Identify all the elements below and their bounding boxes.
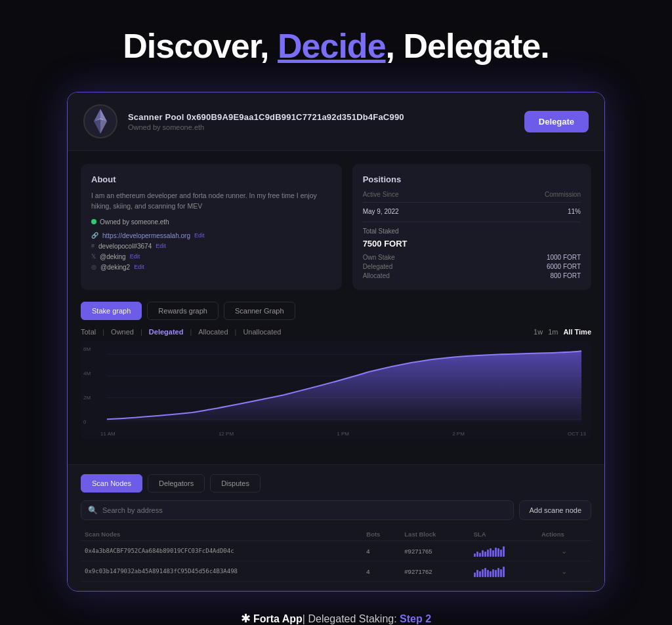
tab-scanner-graph[interactable]: Scanner Graph [224, 302, 295, 320]
filter-alltime[interactable]: All Time [563, 328, 591, 336]
filter-owned[interactable]: Owned [111, 328, 134, 336]
x-label-11am: 11 AM [100, 431, 116, 437]
filter-1w[interactable]: 1w [534, 328, 543, 336]
about-link-twitter-edit[interactable]: Edit [130, 253, 140, 260]
link-icon: 🔗 [91, 232, 98, 239]
x-label-1pm: 1 PM [337, 431, 349, 437]
staked-row-ownstake: Own Stake 1000 FORT [363, 254, 581, 261]
x-label-2pm: 2 PM [452, 431, 465, 437]
tab-scan-nodes[interactable]: Scan Nodes [81, 474, 142, 493]
about-owned-text: Owned by someone.eth [100, 218, 169, 226]
header-info: Scanner Pool 0x690B9A9E9aa1C9dB991C7721a… [128, 112, 514, 131]
tab-delegators[interactable]: Delegators [148, 474, 205, 493]
own-stake-label: Own Stake [363, 254, 395, 261]
search-input-wrap[interactable]: 🔍 [81, 500, 514, 520]
y-label-0: 0 [83, 419, 91, 425]
about-card-title: About [91, 174, 331, 184]
col-last-block: Last Block [400, 528, 469, 541]
hero-title-accent: Decide [278, 27, 386, 65]
staked-row-allocated: Allocated 800 FORT [363, 272, 581, 279]
graph-tabs: Stake graph Rewards graph Scanner Graph [81, 302, 591, 320]
active-since-row: May 9, 2022 11% [363, 208, 581, 215]
chart-container: 6M 4M 2M 0 [81, 341, 591, 439]
col-actions: Actions [537, 528, 591, 541]
chevron-down-icon[interactable]: ⌄ [561, 567, 567, 575]
commission-value: 11% [568, 208, 581, 215]
about-link-discord-edit[interactable]: Edit [156, 243, 166, 249]
delegated-label: Delegated [363, 263, 393, 270]
info-row: About I am an ethereum developer and for… [81, 164, 591, 290]
y-label-2m: 2M [83, 395, 91, 401]
scan-nodes-table: Scan Nodes Bots Last Block SLA Actions 0… [81, 528, 591, 582]
tab-rewards-graph[interactable]: Rewards graph [147, 302, 219, 320]
green-dot-icon [91, 219, 96, 224]
scan-node-actions[interactable]: ⌄ [537, 541, 591, 561]
eth-logo [83, 104, 117, 138]
positions-header-row: Active Since Commission [363, 191, 581, 203]
footer-step: Step 2 [400, 613, 431, 624]
total-staked-label: Total Staked [363, 228, 581, 235]
tab-disputes[interactable]: Disputes [210, 474, 261, 493]
footer-star: ✱ [241, 612, 251, 625]
about-link-twitter-text: @deking [100, 253, 126, 260]
positions-separator [363, 222, 581, 222]
filter-total[interactable]: Total [81, 328, 96, 336]
footer-brand: Forta App [253, 613, 303, 624]
about-link-discord-tag: # developocol#3674 Edit [91, 243, 331, 250]
chart-y-labels: 6M 4M 2M 0 [83, 346, 91, 425]
about-owned-badge: Owned by someone.eth [91, 218, 331, 226]
col-bots: Bots [362, 528, 400, 541]
tab-stake-graph[interactable]: Stake graph [81, 302, 142, 320]
about-link-website-edit[interactable]: Edit [194, 232, 205, 239]
filter-delegated[interactable]: Delegated [149, 328, 184, 336]
footer-separator: | Delegated Staking: [303, 613, 400, 624]
graph-filters-right: 1w 1m All Time [534, 328, 591, 336]
about-link-website: 🔗 https://developermessalah.org Edit [91, 232, 331, 239]
filter-unallocated[interactable]: Unallocated [243, 328, 281, 336]
delegated-value: 6000 FORT [547, 263, 581, 270]
scan-node-last-block: #9271762 [400, 561, 469, 582]
about-link-discord2-edit[interactable]: Edit [134, 264, 144, 270]
about-link-discord2-text: @deking2 [100, 264, 130, 271]
staked-row-delegated: Delegated 6000 FORT [363, 263, 581, 270]
allocated-value: 800 FORT [551, 272, 581, 279]
search-icon: 🔍 [88, 506, 98, 515]
y-label-6m: 6M [83, 346, 91, 352]
y-label-4m: 4M [83, 371, 91, 376]
about-description: I am an ethereum developer and forta nod… [91, 191, 331, 212]
svg-marker-3 [94, 119, 100, 134]
positions-card: Positions Active Since Commission May 9,… [352, 164, 591, 290]
graph-filters-left: Total | Owned | Delegated | Allocated | … [81, 328, 281, 336]
hash-icon: # [91, 243, 94, 249]
filter-allocated[interactable]: Allocated [198, 328, 228, 336]
graph-filter-row: Total | Owned | Delegated | Allocated | … [81, 328, 591, 336]
active-since-label: Active Since [363, 191, 399, 198]
scan-node-bots: 4 [362, 561, 400, 582]
positions-card-title: Positions [363, 174, 581, 184]
x-label-oct13: OCT 13 [568, 431, 586, 437]
search-input[interactable] [102, 501, 507, 519]
scanner-pool-title: Scanner Pool 0x690B9A9E9aa1C9dB991C7721a… [128, 112, 514, 122]
staked-rows: Own Stake 1000 FORT Delegated 6000 FORT … [363, 254, 581, 279]
scan-node-bots: 4 [362, 541, 400, 561]
scan-node-actions[interactable]: ⌄ [537, 561, 591, 582]
filter-1m[interactable]: 1m [548, 328, 558, 336]
scan-node-address: 0x4a3b8ACBF7952CAa684b89019CFC03FcD4AdD0… [81, 541, 362, 561]
table-row: 0x4a3b8ACBF7952CAa684b89019CFC03FcD4AdD0… [81, 541, 591, 561]
footer: ✱Forta App| Delegated Staking: Step 2 [241, 611, 431, 625]
app-main-content: About I am an ethereum developer and for… [68, 151, 604, 464]
table-header-row: Scan Nodes Bots Last Block SLA Actions [81, 528, 591, 541]
own-stake-value: 1000 FORT [547, 254, 581, 261]
bottom-section: Scan Nodes Delegators Disputes 🔍 Add sca… [68, 464, 604, 591]
delegate-button[interactable]: Delegate [524, 111, 589, 132]
about-link-discord2: ◎ @deking2 Edit [91, 264, 331, 271]
about-card: About I am an ethereum developer and for… [81, 164, 342, 290]
about-link-twitter: 𝕏 @deking Edit [91, 253, 331, 260]
commission-label: Commission [545, 191, 581, 198]
chevron-down-icon[interactable]: ⌄ [561, 547, 567, 555]
about-link-discord-text: developocol#3674 [98, 243, 152, 250]
hero-title: Discover, Decide, Delegate. [123, 26, 549, 66]
about-link-website-text[interactable]: https://developermessalah.org [102, 232, 190, 239]
add-node-button[interactable]: Add scane node [519, 500, 591, 520]
x-label-12pm: 12 PM [219, 431, 234, 437]
